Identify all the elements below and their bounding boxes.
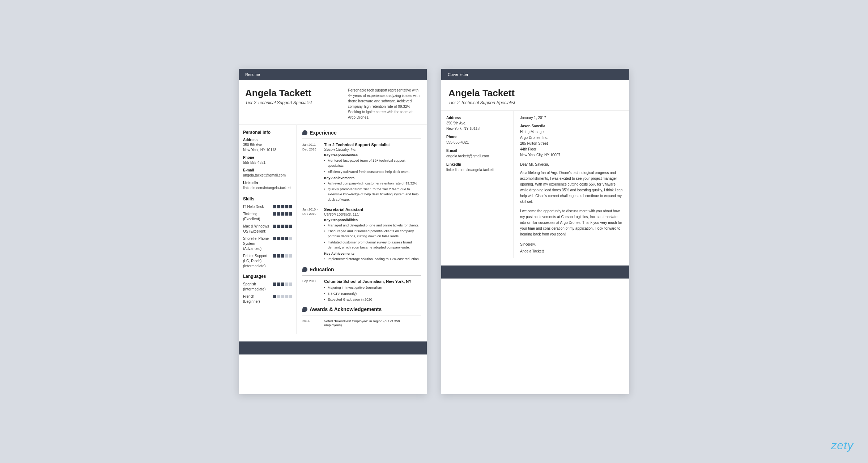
cover-address-label: Address — [446, 116, 508, 120]
cover-letter-document: Cover letter Angela Tackett Tier 2 Techn… — [441, 69, 629, 394]
resume-footer — [239, 341, 427, 354]
cover-left-col: Address 350 5th Ave. New York, NY 10118 … — [441, 111, 514, 258]
skills-title: Skills — [243, 196, 292, 201]
cover-email-label: E-mail — [446, 149, 508, 153]
resume-body: Angela Tackett Tier 2 Technical Support … — [239, 80, 427, 334]
cover-paragraph2: I welcome the opportunity to discuss mor… — [520, 208, 623, 237]
cover-body: Angela Tackett Tier 2 Technical Support … — [441, 80, 629, 258]
cover-closing: Sincerely, — [520, 242, 623, 246]
cover-header-bar: Cover letter — [441, 69, 629, 80]
cover-name: Angela Tackett — [448, 88, 622, 99]
resume-name: Angela Tackett — [245, 88, 312, 99]
cover-greeting: Dear Mr. Savedia, — [520, 162, 623, 166]
resume-summary: Personable tech support representative w… — [348, 88, 420, 120]
resume-label: Resume — [245, 72, 260, 77]
resume-name-left: Angela Tackett Tier 2 Technical Support … — [245, 88, 312, 105]
resume-left-col: Personal Info Address 350 5th Ave New Yo… — [239, 125, 297, 334]
experience-entry: Jan 2011 -Dec 2016Tier 2 Technical Suppo… — [302, 143, 421, 203]
recipient-name: Jason Savedia — [520, 124, 545, 128]
cover-paragraph1: As a lifelong fan of Argo Drone's techno… — [520, 170, 623, 205]
resume-name-section: Angela Tackett Tier 2 Technical Support … — [239, 80, 427, 125]
skill-item: Ticketing (Excellent) — [243, 212, 292, 222]
address-label: Address — [243, 138, 292, 142]
education-icon — [302, 267, 307, 272]
experience-header-row: Experience — [302, 130, 421, 136]
recipient-address1: 285 Fulton Street — [520, 141, 548, 145]
education-header-row: Education — [302, 267, 421, 272]
awards-entry: 2014Voted "Friendliest Employee" in regi… — [302, 319, 421, 327]
zety-logo: zety — [831, 439, 854, 452]
languages-title: Languages — [243, 274, 292, 279]
resume-right-col: Experience Jan 2011 -Dec 2016Tier 2 Tech… — [297, 125, 427, 334]
awards-icon — [302, 307, 307, 312]
cover-linkedin-value: linkedin.com/in/angela.tackett — [446, 167, 508, 173]
skill-item: ShoreTel Phone System (Advanced) — [243, 236, 292, 251]
recipient-title: Hiring Manager — [520, 130, 545, 134]
experience-container: Jan 2011 -Dec 2016Tier 2 Technical Suppo… — [302, 143, 421, 262]
cover-date: January 1, 2017 — [520, 116, 623, 120]
cover-recipient: Jason Savedia Hiring Manager Argo Drones… — [520, 123, 623, 158]
education-container: Sep 2017Columbia School of Journalism, N… — [302, 279, 421, 303]
recipient-address2: 44th Floor — [520, 147, 536, 151]
cover-phone-label: Phone — [446, 135, 508, 139]
experience-entry: Jan 2010 -Dec 2010Secretarial AssistantC… — [302, 207, 421, 263]
languages-container: Spanish (Intermediate)French (Beginner) — [243, 282, 292, 304]
linkedin-value: linkedin.com/in/angela-tackett — [243, 186, 292, 191]
awards-title: Awards & Acknowledgements — [310, 306, 382, 312]
language-item: French (Beginner) — [243, 294, 292, 304]
cover-label: Cover letter — [448, 72, 468, 77]
address-value: 350 5th Ave New York, NY 10118 — [243, 143, 292, 153]
documents-container: Resume Angela Tackett Tier 2 Technical S… — [224, 54, 644, 409]
recipient-company: Argo Drones, Inc. — [520, 136, 548, 140]
personal-info-title: Personal Info — [243, 130, 292, 135]
email-value: angela.tackett@gmail.com — [243, 173, 292, 178]
awards-header-row: Awards & Acknowledgements — [302, 306, 421, 312]
recipient-address3: New York City, NY 10007 — [520, 153, 560, 157]
cover-name-section: Angela Tackett Tier 2 Technical Support … — [441, 80, 629, 111]
email-label: E-mail — [243, 168, 292, 172]
skill-item: Printer Support (LG, Ricoh) (Intermediat… — [243, 254, 292, 269]
skill-item: IT Help Desk — [243, 204, 292, 209]
skills-container: IT Help DeskTicketing (Excellent)Mac & W… — [243, 204, 292, 269]
awards-container: 2014Voted "Friendliest Employee" in regi… — [302, 319, 421, 327]
cover-phone-value: 555-555-4321 — [446, 140, 508, 145]
resume-header-bar: Resume — [239, 69, 427, 80]
skill-item: Mac & Windows OS (Excellent) — [243, 224, 292, 234]
phone-value: 555-555-4321 — [243, 160, 292, 165]
cover-email-value: angela.tackett@gmail.com — [446, 153, 508, 159]
cover-title: Tier 2 Technical Support Specialist — [448, 100, 622, 105]
resume-columns: Personal Info Address 350 5th Ave New Yo… — [239, 125, 427, 334]
education-title: Education — [310, 267, 334, 272]
resume-document: Resume Angela Tackett Tier 2 Technical S… — [239, 69, 427, 394]
cover-linkedin-label: LinkedIn — [446, 162, 508, 166]
cover-right-col: January 1, 2017 Jason Savedia Hiring Man… — [514, 111, 629, 258]
cover-footer — [441, 266, 629, 279]
education-entry: Sep 2017Columbia School of Journalism, N… — [302, 279, 421, 303]
cover-signoff: Angela Tackett — [520, 249, 623, 253]
experience-title: Experience — [310, 130, 337, 136]
experience-icon — [302, 130, 307, 135]
linkedin-label: LinkedIn — [243, 181, 292, 185]
language-item: Spanish (Intermediate) — [243, 282, 292, 292]
cover-columns: Address 350 5th Ave. New York, NY 10118 … — [441, 111, 629, 258]
cover-address-value: 350 5th Ave. New York, NY 10118 — [446, 120, 508, 131]
phone-label: Phone — [243, 156, 292, 160]
resume-title: Tier 2 Technical Support Specialist — [245, 100, 312, 105]
